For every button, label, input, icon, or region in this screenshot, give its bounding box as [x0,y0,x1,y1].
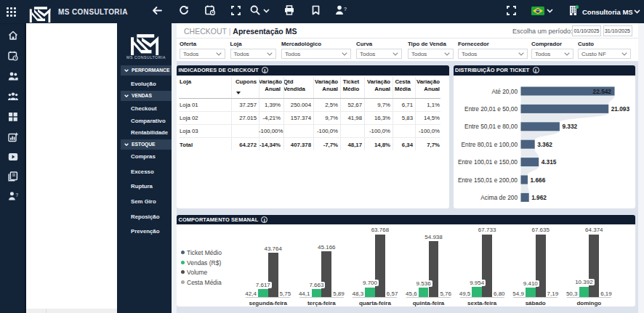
svg-text:?: ? [15,192,18,197]
svg-text:?: ? [344,7,347,12]
